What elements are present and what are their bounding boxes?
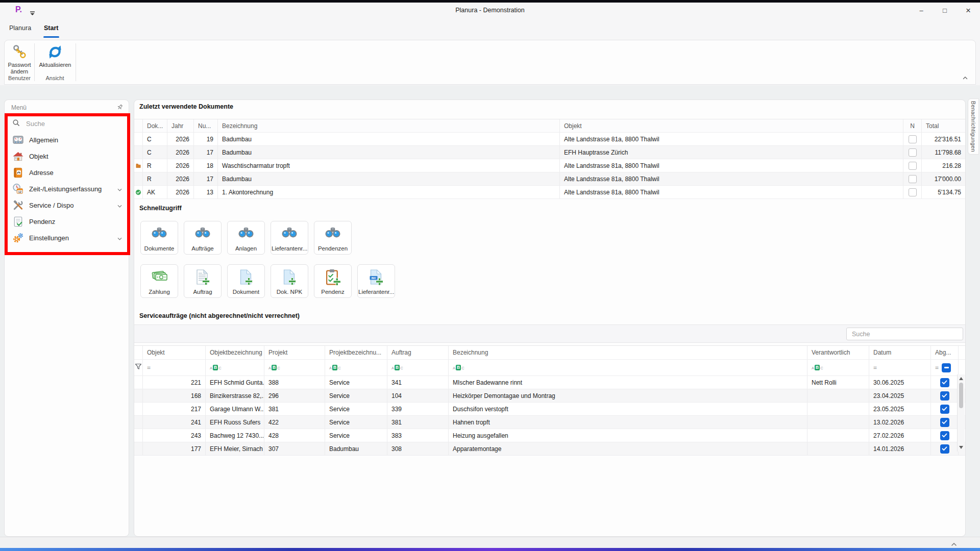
equals-filter-icon[interactable]: =: [147, 364, 151, 371]
close-button[interactable]: ×: [957, 3, 980, 18]
menu-search-input[interactable]: [25, 119, 114, 128]
quick-access-anlagen[interactable]: Anlagen: [227, 221, 265, 255]
text-filter-icon[interactable]: ABC: [268, 365, 280, 370]
scrollbar-thumb[interactable]: [959, 383, 963, 408]
recent-doc-row[interactable]: AK2026131. AkontorechnungAlte Landstrass…: [134, 186, 966, 199]
service-search-input[interactable]: [846, 328, 963, 340]
change-password-button[interactable]: Passwort ändern: [6, 42, 33, 73]
service-order-row[interactable]: 217Garage Ulmann W...381Service339Duschs…: [134, 403, 966, 416]
keys-icon: [6, 42, 33, 62]
service-orders-filter-row[interactable]: =ABCABCABCABCABCABC==: [134, 360, 966, 376]
datum-filter-cell: =: [869, 360, 931, 375]
menu-item-service-dispo[interactable]: Service / Dispo: [5, 197, 129, 213]
quick-access-zahlung[interactable]: Zahlung: [140, 264, 178, 298]
binoculars-icon: [141, 226, 178, 239]
objekt-filter-cell: =: [143, 360, 206, 375]
menu-item-einstellungen[interactable]: Einstellungen: [5, 230, 129, 246]
quick-access-pendenzen[interactable]: Pendenzen: [314, 221, 352, 255]
dashboard-icon: [11, 134, 24, 146]
menu-item-pendenz[interactable]: Pendenz: [5, 213, 129, 230]
maximize-button[interactable]: □: [933, 3, 957, 18]
quick-access-row-2: ZahlungAuftragDokumentDok. NPKPendenzINV…: [140, 264, 395, 298]
recent-doc-row[interactable]: C202619BadumbauAlte Landstrasse 81a, 880…: [134, 133, 966, 146]
recent-documents-header: Dok...JahrNu...BezeichnungObjektNTotal: [134, 119, 966, 133]
document-add-icon: [271, 269, 308, 286]
service-order-row[interactable]: 243Bachweg 12 7430...428Service383Heizun…: [134, 429, 966, 442]
service-order-row[interactable]: 241EFH Ruoss Sufers422Service381Hahnen t…: [134, 416, 966, 429]
checkbox-unchecked[interactable]: [909, 175, 917, 183]
cell: 2026: [167, 146, 194, 159]
menu-item-objekt[interactable]: Objekt: [5, 148, 129, 164]
checkbox-checked[interactable]: [940, 405, 949, 414]
quick-access-lieferantenr[interactable]: Lieferantenr...: [271, 221, 308, 255]
menu-item-allgemein[interactable]: Allgemein: [5, 132, 129, 148]
green-check-icon: [134, 186, 143, 198]
checkbox-checked[interactable]: [940, 431, 949, 440]
equals-filter-icon[interactable]: =: [935, 364, 939, 371]
refresh-button[interactable]: Aktualisieren: [37, 42, 74, 73]
recent-doc-row[interactable]: C202617BadumbauEFH Hauptrasse Zürich11'7…: [134, 146, 966, 159]
checkbox-indeterminate[interactable]: [942, 363, 951, 372]
quick-access-lieferantenr[interactable]: INVLieferantenr...: [357, 264, 395, 298]
tab-start[interactable]: Start: [44, 24, 58, 32]
scroll-down-icon[interactable]: [959, 446, 963, 449]
checkbox-unchecked[interactable]: [909, 148, 917, 157]
service-order-row[interactable]: 221EFH Schmid Gunta...388Service341MIsch…: [134, 376, 966, 389]
service-table-scrollbar[interactable]: [957, 374, 965, 452]
service-orders-toolbar: [134, 324, 966, 343]
cell: Badumbau: [218, 146, 560, 159]
menu-item-adresse[interactable]: Adresse: [5, 164, 129, 181]
cell: [134, 403, 143, 415]
menu-item-label: Service / Dispo: [29, 202, 74, 209]
binoculars-icon: [228, 226, 264, 239]
cell: 221: [143, 376, 206, 389]
checkbox-unchecked[interactable]: [909, 162, 917, 170]
menu-item-label: Zeit-/Leistungserfassung: [29, 185, 102, 193]
abg-checkbox-cell: [931, 403, 959, 415]
cell: 381: [264, 403, 325, 415]
notifications-tab[interactable]: Benachrichtigungen: [968, 98, 979, 155]
quick-access-dokument[interactable]: Dokument: [227, 264, 265, 298]
titlebar: P. Planura - Demonstration – □ ×: [0, 3, 980, 18]
quick-access-dokumente[interactable]: Dokumente: [140, 221, 178, 255]
pin-icon[interactable]: [116, 104, 124, 113]
cell: [134, 416, 143, 429]
checkbox-unchecked[interactable]: [909, 135, 917, 143]
document-add-icon: [228, 269, 264, 286]
text-filter-icon[interactable]: ABC: [329, 365, 341, 370]
checkbox-unchecked[interactable]: [909, 188, 917, 196]
text-filter-icon[interactable]: ABC: [391, 365, 403, 370]
service-order-row[interactable]: 177EFH Meier, Sirnach307Badumbau308Appar…: [134, 442, 966, 456]
cell: Alte Landstrasse 81a, 8800 Thalwil: [560, 172, 903, 185]
quick-access-dok-npk[interactable]: Dok. NPK: [271, 264, 308, 298]
checkbox-checked[interactable]: [940, 444, 949, 454]
menu-item-zeit-leistungserfassung[interactable]: 12Zeit-/Leistungserfassung: [5, 181, 129, 197]
cell: 2026: [167, 172, 194, 185]
text-filter-icon[interactable]: ABC: [812, 365, 823, 370]
checkbox-checked[interactable]: [940, 391, 949, 400]
quick-access-aufträge[interactable]: Aufträge: [184, 221, 222, 255]
quick-access-pendenz[interactable]: Pendenz: [314, 264, 352, 298]
checkbox-checked[interactable]: [940, 418, 949, 427]
cell: 13.02.2026: [869, 416, 931, 429]
cell: 27.02.2026: [869, 429, 931, 442]
quick-access-auftrag[interactable]: Auftrag: [184, 264, 222, 298]
tab-planura[interactable]: Planura: [9, 24, 31, 32]
scroll-up-icon[interactable]: [959, 377, 963, 380]
recent-doc-row[interactable]: R202618Waschtischarmatur tropftAlte Land…: [134, 159, 966, 172]
service-order-row[interactable]: 168Binzikerstrasse 82,...296Service104He…: [134, 389, 966, 403]
chevron-down-icon: [117, 202, 122, 211]
text-filter-icon[interactable]: ABC: [210, 365, 222, 370]
collapse-ribbon-icon[interactable]: [962, 73, 968, 82]
equals-filter-icon[interactable]: =: [873, 364, 877, 371]
n-checkbox-cell: [903, 186, 922, 198]
menu-search[interactable]: [5, 116, 129, 131]
minimize-button[interactable]: –: [910, 3, 933, 18]
cell: 2026: [167, 133, 194, 145]
service-orders-title: Serviceaufträge (nicht abgerechnet/nicht…: [139, 312, 300, 319]
recent-doc-row[interactable]: R202617BadumbauAlte Landstrasse 81a, 880…: [134, 172, 966, 186]
checkbox-checked[interactable]: [940, 378, 949, 387]
invoice-add-icon: INV: [358, 269, 395, 286]
text-filter-icon[interactable]: ABC: [453, 365, 464, 370]
cell: Alte Landstrasse 81a, 8800 Thalwil: [560, 133, 903, 145]
